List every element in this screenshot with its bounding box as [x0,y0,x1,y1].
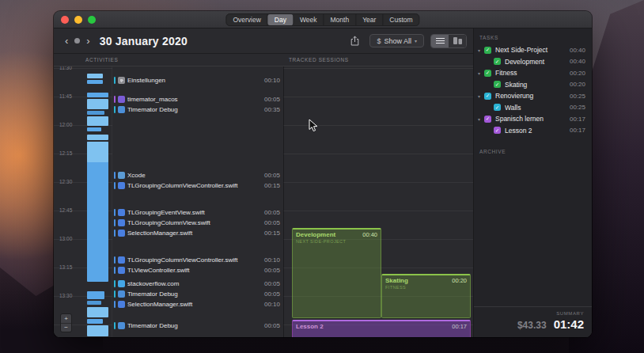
activity-row[interactable]: TLGroupingColumnViewController.swift00:1… [114,180,280,190]
task-item-development[interactable]: ✓ Development 00:40 [474,56,592,68]
debug-app-icon [118,106,125,113]
activity-row[interactable]: TLGroupingEventView.swift00:05 [114,207,280,217]
disclosure-icon[interactable]: ▾ [478,47,484,53]
task-item-walls[interactable]: ✓ Walls 00:25 [474,102,592,114]
filter-label: Show All [384,37,411,45]
summary-total-time: 01:42 [554,317,584,331]
tab-year[interactable]: Year [356,14,383,25]
billing-filter-button[interactable]: $ Show All ▾ [369,34,424,47]
session-block-development[interactable]: Development 00:40 NEXT SIDE-PROJECT [292,228,381,318]
task-checkbox[interactable]: ✓ [494,58,501,65]
activity-density-bar [87,74,103,78]
time-label: 13:30 [59,293,72,298]
gear-icon [118,77,125,84]
timeline-view-button[interactable] [449,35,466,47]
activity-row[interactable]: SelectionManager.swift00:10 [114,299,280,309]
today-button[interactable] [74,38,80,44]
desktop-background: { "palette": { "green": "#2eb150", "purp… [0,0,644,353]
layout-toggle-group [430,34,467,48]
summary-amount: $43.33 [517,320,547,331]
tracked-sessions-header: TRACKED SESSIONS [289,57,349,63]
view-mode-tabs: Overview Day Week Month Year Custom [225,13,419,26]
summary-panel: SUMMARY $43.33 01:42 [474,306,592,337]
share-button[interactable] [347,34,363,47]
disclosure-icon[interactable]: ▾ [478,93,484,99]
activity-row[interactable]: timemator_macos00:05 [114,94,280,104]
activity-row[interactable]: Xcode00:05 [114,170,280,180]
tab-month[interactable]: Month [324,14,357,25]
session-block-lesson-2[interactable]: Lesson 2 00:17 [292,320,471,337]
globe-icon [118,280,125,287]
activity-density-bar [87,325,108,336]
task-group-renovierung[interactable]: ▾ ✓ Renovierung 00:25 [474,90,592,102]
tab-overview[interactable]: Overview [226,14,267,25]
task-group-spanisch-lernen[interactable]: ▾ ✓ Spanisch lernen 00:17 [474,113,592,125]
tab-week[interactable]: Week [294,14,324,25]
window-controls [54,16,96,24]
task-item-skating[interactable]: ✓ Skating 00:20 [474,79,592,91]
task-group-next-side-project[interactable]: ▾ ✓ Next Side-Project 00:40 [474,44,592,56]
activity-density-bar [87,319,103,324]
activity-row[interactable]: Timemator Debug00:35 [114,104,280,114]
task-group-fitness[interactable]: ▾ ✓ Fitness 00:20 [474,67,592,79]
activity-row[interactable]: stackoverflow.com00:05 [114,279,280,288]
disclosure-icon[interactable]: ▾ [478,70,484,76]
app-window: Overview Day Week Month Year Custom ‹ › … [54,11,592,337]
swift-file-icon [118,256,125,264]
activity-density-bar [87,135,108,140]
page-title: 30 January 2020 [100,35,188,47]
task-checkbox[interactable]: ✓ [484,47,491,54]
tab-custom[interactable]: Custom [383,14,419,25]
activity-row[interactable]: TLGroupingColumnViewController.swift00:1… [114,255,280,264]
next-day-button[interactable]: › [83,36,93,46]
swift-file-icon [118,230,125,237]
swift-file-icon [118,219,125,226]
previous-day-button[interactable]: ‹ [62,36,71,46]
activity-row[interactable]: TLViewController.swift00:05 [114,265,280,275]
session-block-skating[interactable]: Skating 00:20 FITNESS [381,274,471,318]
activities-list: Einstellungen00:10 timemator_macos00:05 … [112,66,283,337]
app-folder-icon [118,96,125,103]
task-checkbox[interactable]: ✓ [494,104,501,111]
list-view-button[interactable] [431,35,449,47]
xcode-icon [118,172,125,179]
tab-day[interactable]: Day [268,14,294,25]
activity-row[interactable]: Einstellungen00:10 [114,75,280,85]
activity-density-bar [87,93,108,97]
activity-density-bar [87,142,108,282]
activity-row[interactable]: SelectionManager.swift00:15 [114,228,280,237]
task-checkbox[interactable]: ✓ [494,81,501,88]
activity-row[interactable]: Timemator Debug00:05 [114,321,280,330]
task-checkbox[interactable]: ✓ [484,70,491,77]
minimize-window-button[interactable] [74,16,82,24]
time-label: 11:30 [59,66,72,70]
activity-row[interactable]: Timemator Debug00:05 [114,289,280,298]
share-icon [350,36,359,46]
zoom-out-button[interactable]: − [61,323,71,332]
time-label: 13:15 [59,264,72,270]
task-item-lesson-2[interactable]: ✓ Lesson 2 00:17 [474,125,592,137]
task-checkbox[interactable]: ✓ [494,127,501,134]
list-view-icon [436,37,445,44]
task-checkbox[interactable]: ✓ [484,93,491,100]
main-panel: ‹ › 30 January 2020 $ Show All [54,28,473,337]
activity-density-bar [87,80,103,84]
summary-label: SUMMARY [482,311,584,316]
activity-row[interactable]: TLGroupingColumnView.swift00:05 [114,218,280,227]
time-label: 11:45 [59,93,72,99]
swift-file-icon [118,267,125,274]
disclosure-icon[interactable]: ▾ [478,116,484,122]
activity-density-bar [87,127,101,131]
close-window-button[interactable] [61,16,69,24]
activity-density-bar [87,99,108,109]
titlebar[interactable]: Overview Day Week Month Year Custom [54,11,592,28]
tracked-sessions-area: Development 00:40 NEXT SIDE-PROJECT Skat… [283,66,473,337]
activity-density-bar [87,291,104,299]
day-content: 11:30 11:45 12:00 12:15 12:30 12:45 13:0… [54,66,473,337]
task-checkbox[interactable]: ✓ [484,116,491,123]
fullscreen-window-button[interactable] [88,16,96,24]
tasks-header: TASKS [474,28,592,44]
swift-file-icon [118,301,125,308]
swift-file-icon [118,182,125,189]
zoom-in-button[interactable]: + [61,314,71,323]
